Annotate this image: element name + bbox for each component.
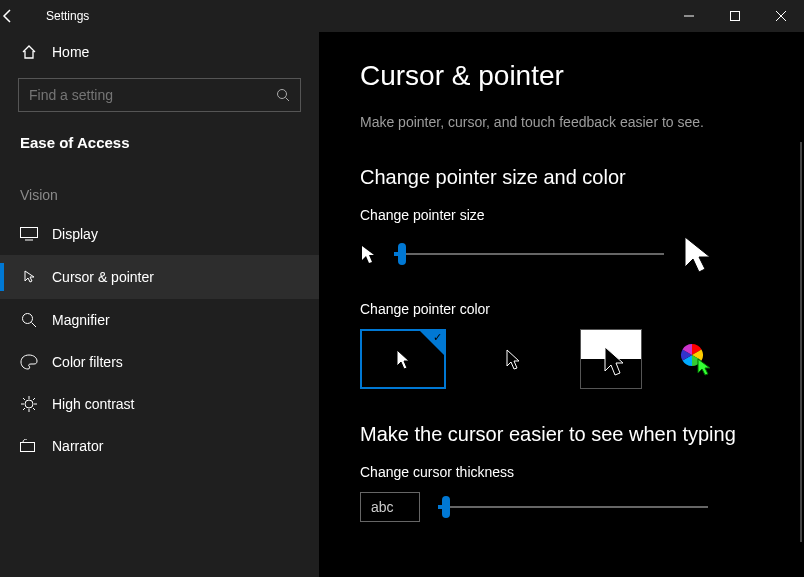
palette-icon: [20, 354, 38, 370]
sidebar-item-label: Color filters: [52, 354, 123, 370]
magnifier-icon: [20, 312, 38, 328]
search-input[interactable]: [29, 87, 276, 103]
svg-point-8: [25, 400, 33, 408]
label-pointer-size: Change pointer size: [360, 207, 764, 223]
sidebar-item-label: Narrator: [52, 438, 103, 454]
svg-rect-1: [731, 12, 740, 21]
titlebar: Settings: [0, 0, 804, 32]
sidebar-item-label: Cursor & pointer: [52, 269, 154, 285]
contrast-icon: [20, 396, 38, 412]
section-pointer-size-color: Change pointer size and color: [360, 166, 764, 189]
svg-rect-17: [21, 443, 35, 452]
cursor-thickness-slider[interactable]: [438, 497, 708, 517]
sidebar-item-display[interactable]: Display: [0, 213, 319, 255]
svg-rect-4: [21, 228, 38, 238]
home-icon: [20, 44, 38, 60]
back-button[interactable]: [0, 8, 46, 24]
group-vision: Vision: [0, 169, 319, 213]
section-label: Ease of Access: [0, 126, 319, 169]
svg-line-7: [32, 323, 37, 328]
home-link[interactable]: Home: [0, 32, 319, 72]
sidebar-item-narrator[interactable]: Narrator: [0, 425, 319, 467]
svg-line-15: [23, 408, 25, 410]
pointer-color-white[interactable]: [360, 329, 446, 389]
large-pointer-icon: [682, 235, 712, 273]
sidebar-item-color-filters[interactable]: Color filters: [0, 341, 319, 383]
sidebar-item-label: Display: [52, 226, 98, 242]
display-icon: [20, 227, 38, 241]
home-label: Home: [52, 44, 89, 60]
sidebar-item-magnifier[interactable]: Magnifier: [0, 299, 319, 341]
pointer-size-slider[interactable]: [394, 244, 664, 264]
section-cursor-typing: Make the cursor easier to see when typin…: [360, 423, 764, 446]
maximize-button[interactable]: [712, 0, 758, 32]
pointer-color-custom[interactable]: [666, 342, 726, 376]
sidebar-item-cursor-pointer[interactable]: Cursor & pointer: [0, 255, 319, 299]
cursor-icon: [20, 268, 38, 286]
label-cursor-thickness: Change cursor thickness: [360, 464, 764, 480]
minimize-button[interactable]: [666, 0, 712, 32]
scrollbar[interactable]: [800, 142, 802, 542]
svg-line-13: [23, 398, 25, 400]
svg-line-3: [286, 98, 290, 102]
label-pointer-color: Change pointer color: [360, 301, 764, 317]
small-pointer-icon: [360, 244, 376, 264]
narrator-icon: [20, 439, 38, 453]
search-icon: [276, 88, 290, 102]
window-title: Settings: [46, 9, 89, 23]
pointer-color-inverted[interactable]: [580, 329, 642, 389]
sidebar: Home Ease of Access Vision Display Curso…: [0, 32, 320, 577]
svg-line-14: [33, 408, 35, 410]
page-description: Make pointer, cursor, and touch feedback…: [360, 114, 764, 130]
svg-point-6: [23, 314, 33, 324]
svg-line-16: [33, 398, 35, 400]
cursor-thickness-preview: abc: [360, 492, 420, 522]
search-box[interactable]: [18, 78, 301, 112]
sidebar-item-label: High contrast: [52, 396, 134, 412]
content-pane: Cursor & pointer Make pointer, cursor, a…: [320, 32, 804, 577]
sidebar-item-label: Magnifier: [52, 312, 110, 328]
svg-point-2: [278, 90, 287, 99]
page-title: Cursor & pointer: [360, 60, 764, 92]
sidebar-item-high-contrast[interactable]: High contrast: [0, 383, 319, 425]
close-button[interactable]: [758, 0, 804, 32]
pointer-color-black[interactable]: [470, 329, 556, 389]
